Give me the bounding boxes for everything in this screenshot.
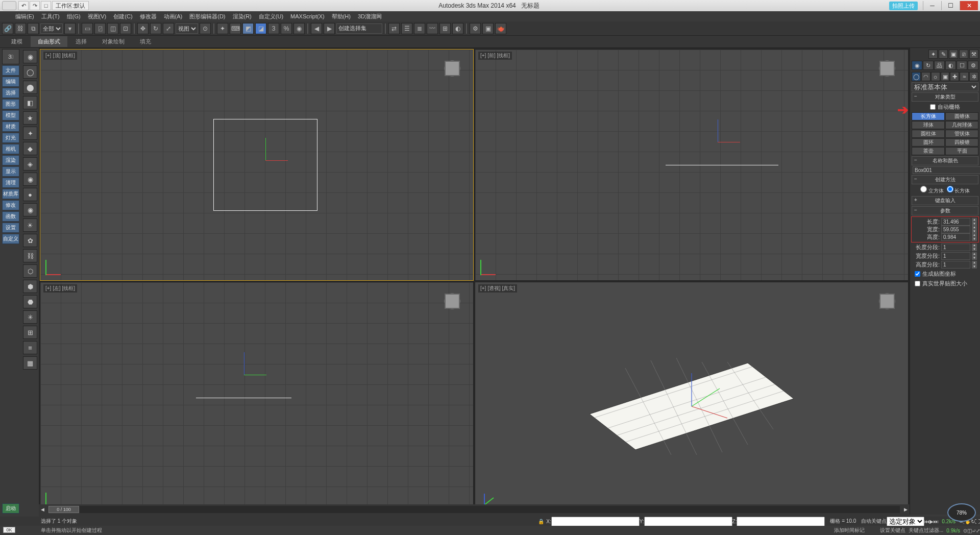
space-warps-tab-icon[interactable]: ≈	[960, 72, 969, 81]
menu-view[interactable]: 视图(V)	[88, 13, 107, 20]
sidebar-modify[interactable]: 修改	[2, 200, 19, 210]
rollout-creation-method[interactable]: 创建方法	[912, 175, 978, 184]
tool-icon[interactable]: ▦	[23, 356, 37, 370]
viewcube-icon[interactable]	[873, 287, 901, 315]
tab-populate[interactable]: 填充	[133, 36, 158, 47]
gen-uv-checkbox[interactable]	[915, 271, 920, 277]
lights-tab-icon[interactable]: ☼	[931, 72, 940, 81]
autokey-label[interactable]: 自动关键点	[861, 518, 887, 525]
render-setup-icon[interactable]: ⚙	[470, 23, 481, 34]
undo-icon[interactable]: ↶	[18, 1, 29, 10]
tool-icon[interactable]: ◆	[23, 142, 37, 155]
sidebar-settings[interactable]: 设置	[2, 223, 19, 233]
maximize-button[interactable]: ☐	[941, 1, 960, 10]
setkey-label[interactable]: 设置关键点	[880, 527, 905, 534]
minimize-button[interactable]: ─	[923, 1, 941, 10]
key-target-dropdown[interactable]: 选定对象	[887, 517, 924, 526]
named-selection-input[interactable]	[336, 23, 382, 34]
snap-3d-icon[interactable]: ◪	[255, 23, 266, 34]
align-icon[interactable]: ☰	[401, 23, 412, 34]
rollout-parameters[interactable]: 参数	[912, 206, 978, 215]
hammer-icon[interactable]: ⚒	[969, 50, 978, 59]
snap-percent-icon[interactable]: %	[281, 23, 292, 34]
method-cube-radio[interactable]: 立方体	[920, 186, 944, 194]
width-input[interactable]	[941, 226, 970, 233]
spinner[interactable]: ▲▼	[972, 218, 977, 226]
box-button[interactable]: 长方体	[912, 112, 945, 120]
x-input[interactable]	[551, 517, 640, 526]
plane-button[interactable]: 平面	[945, 147, 978, 155]
unlink-icon[interactable]: ⛓	[15, 23, 26, 34]
geometry-tab-icon[interactable]: ◯	[912, 72, 921, 81]
shapes-tab-icon[interactable]: ◠	[921, 72, 930, 81]
nav-region-icon[interactable]: ◫	[967, 528, 972, 533]
object-edge[interactable]	[666, 165, 778, 165]
menu-create[interactable]: 创建(C)	[113, 13, 132, 20]
filter-dropdown-icon[interactable]: ▾	[64, 23, 76, 34]
tool-icon[interactable]: ⊞	[23, 326, 37, 339]
sidebar-material[interactable]: 材质	[2, 121, 19, 132]
tool-icon[interactable]: ⬢	[23, 280, 37, 293]
tool-icon[interactable]: ✳	[23, 310, 37, 324]
menu-animation[interactable]: 动画(A)	[164, 13, 183, 20]
sidebar-light[interactable]: 灯光	[2, 133, 19, 143]
render-frame-icon[interactable]: ▣	[482, 23, 494, 34]
helpers-tab-icon[interactable]: ✚	[950, 72, 959, 81]
utilities-tab-icon[interactable]: ⚙	[968, 61, 978, 70]
viewport-perspective[interactable]: [+] [透视] [真实]	[475, 282, 909, 514]
sidebar-start[interactable]: 启动	[2, 503, 19, 514]
length-input[interactable]	[941, 218, 970, 226]
named-sel-next-icon[interactable]: ▶	[324, 23, 335, 34]
menu-customize[interactable]: 自定义(U)	[259, 13, 283, 20]
menu-graph[interactable]: 图形编辑器(D)	[189, 13, 225, 20]
spinner[interactable]: ▲▼	[972, 252, 977, 260]
schematic-icon[interactable]: ⊞	[439, 23, 451, 34]
tab-modeling[interactable]: 建模	[4, 36, 30, 47]
time-slider[interactable]: ◀ 0 / 100 ▶	[39, 504, 910, 515]
app-menu-button[interactable]	[2, 1, 16, 10]
sidebar-edit[interactable]: 编辑	[2, 77, 19, 87]
tool-icon[interactable]: ◧	[23, 96, 37, 109]
brush-icon[interactable]: ✎	[939, 50, 948, 59]
cone-button[interactable]: 圆锥体	[945, 112, 978, 120]
star-icon[interactable]: ✦	[928, 50, 938, 59]
scale-icon[interactable]: ⤢	[163, 23, 174, 34]
sidebar-render[interactable]: 渲染	[2, 155, 19, 165]
viewport-label[interactable]: [+] [左] [线框]	[43, 284, 77, 293]
nav-max-icon[interactable]: ⛶	[975, 519, 980, 524]
torus-button[interactable]: 圆环	[912, 138, 945, 147]
tool-icon[interactable]: ★	[23, 111, 37, 125]
sidebar-model[interactable]: 模型	[2, 110, 19, 120]
viewport-left[interactable]: [+] [左] [线框]	[40, 282, 474, 514]
method-box-radio[interactable]: 长方体	[947, 186, 970, 194]
tool-icon[interactable]: ◉	[23, 50, 37, 63]
display-tab-icon[interactable]: ☐	[957, 61, 967, 70]
select-name-icon[interactable]: ⍁	[94, 23, 106, 34]
spinner[interactable]: ▲▼	[972, 226, 977, 233]
qat-button[interactable]: □	[41, 1, 51, 10]
play-icon[interactable]: ▶	[929, 519, 934, 524]
y-input[interactable]	[644, 517, 732, 526]
keyboard-icon[interactable]: ⌨	[230, 23, 241, 34]
manipulate-icon[interactable]: ✦	[217, 23, 228, 34]
curve-editor-icon[interactable]: 〰	[427, 23, 438, 34]
keyfilter-button[interactable]: 关键点过滤器...	[909, 527, 943, 534]
tool-icon[interactable]: ⛓	[23, 249, 37, 262]
sidebar-clean[interactable]: 清理	[2, 178, 19, 188]
select-icon[interactable]: ▭	[82, 23, 93, 34]
rollout-keyboard-entry[interactable]: 键盘输入	[912, 196, 978, 205]
render-icon[interactable]: 🫖	[495, 23, 506, 34]
sphere-button[interactable]: 球体	[912, 121, 945, 129]
sidebar-shape[interactable]: 图形	[2, 99, 19, 109]
viewport-label[interactable]: [+] [透视] [真实]	[478, 284, 517, 293]
play-next-icon[interactable]: ⏭	[934, 519, 939, 524]
sidebar-camera[interactable]: 相机	[2, 144, 19, 154]
spinner[interactable]: ▲▼	[972, 233, 977, 241]
teapot-button[interactable]: 茶壶	[912, 147, 945, 155]
menu-modifiers[interactable]: 修改器	[140, 13, 157, 20]
tool-icon[interactable]: ⬡	[23, 264, 37, 278]
material-editor-icon[interactable]: ◐	[452, 23, 463, 34]
hseg-input[interactable]	[941, 261, 970, 269]
tool-icon[interactable]: ⬣	[23, 295, 37, 308]
sidebar-file[interactable]: 文件	[2, 65, 19, 76]
